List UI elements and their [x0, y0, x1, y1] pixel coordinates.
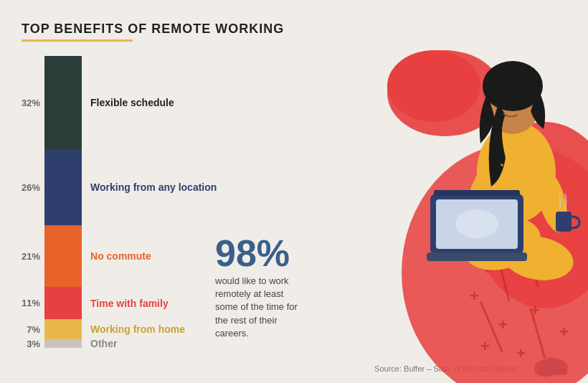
bar-label-1: Working from any location: [90, 149, 217, 225]
main-container: TOP BENEFITS OF REMOTE WORKING 32%26%21%…: [0, 0, 588, 383]
bar-segment-3: [44, 287, 82, 319]
svg-point-31: [455, 209, 498, 238]
svg-text:+: +: [498, 316, 508, 334]
percent-label-3: 11%: [22, 287, 40, 319]
percent-label-0: 32%: [22, 56, 40, 149]
labels-column: Flexible scheduleWorking from any locati…: [90, 56, 217, 348]
svg-point-27: [501, 103, 507, 109]
bar-label-0: Flexible schedule: [90, 56, 217, 149]
svg-point-28: [516, 103, 521, 108]
bars-column: [44, 56, 82, 348]
svg-text:+: +: [470, 287, 479, 305]
stat-box: 98% would like to work remotely at least…: [215, 235, 308, 340]
bar-label-3: Time with family: [90, 287, 217, 319]
percent-label-2: 21%: [22, 225, 40, 287]
percent-label-4: 7%: [27, 319, 40, 339]
bar-segment-1: [44, 149, 82, 225]
title-underline: [22, 39, 133, 42]
svg-point-36: [501, 164, 503, 166]
svg-point-37: [526, 138, 528, 141]
bar-segment-2: [44, 225, 82, 287]
svg-rect-24: [556, 212, 572, 232]
percent-label-5: 3%: [27, 339, 40, 348]
svg-rect-32: [427, 252, 527, 261]
bar-label-2: No commute: [90, 225, 217, 287]
svg-point-18: [387, 50, 480, 122]
svg-text:+: +: [516, 344, 526, 362]
bar-segment-5: [44, 339, 82, 348]
bar-label-4: Working from home: [90, 319, 217, 339]
svg-text:+: +: [531, 301, 540, 319]
bar-segment-4: [44, 319, 82, 339]
bar-label-5: Other: [90, 339, 217, 348]
svg-text:+: +: [559, 323, 569, 341]
stat-number: 98%: [215, 235, 308, 272]
illustration: + + + + + +: [316, 0, 588, 383]
svg-point-34: [508, 149, 511, 152]
percents-column: 32%26%21%11%7%3%: [22, 56, 40, 348]
svg-rect-33: [434, 190, 520, 196]
stat-description: would like to work remotely at least som…: [215, 275, 308, 340]
bar-segment-0: [44, 56, 82, 149]
svg-point-35: [522, 156, 525, 159]
svg-text:+: +: [480, 337, 490, 355]
percent-label-1: 26%: [22, 149, 40, 225]
